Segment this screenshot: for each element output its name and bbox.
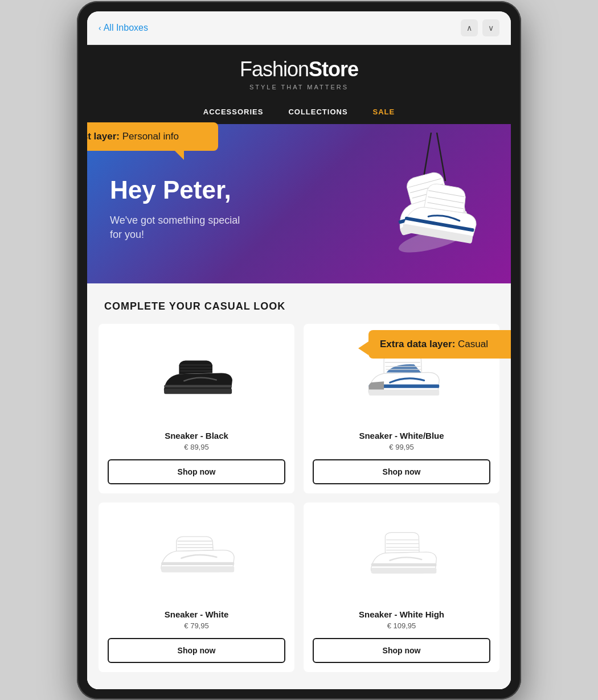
- nav-collections[interactable]: COLLECTIONS: [276, 100, 360, 124]
- svg-rect-7: [164, 388, 232, 394]
- back-to-inbox[interactable]: ‹ All Inboxes: [99, 23, 148, 33]
- prev-email-button[interactable]: ∧: [461, 19, 478, 36]
- email-header: ‹ All Inboxes ∧ ∨: [87, 11, 511, 45]
- back-label: All Inboxes: [104, 23, 148, 33]
- shop-now-button-1[interactable]: Shop now: [108, 459, 285, 484]
- nav-sale[interactable]: SALE: [361, 100, 408, 124]
- tooltip-extra-layer: Extra data layer: Casual: [368, 330, 511, 359]
- product-price-3: € 79,95: [184, 621, 208, 630]
- tooltip-first-layer: First layer: Personal info: [87, 122, 218, 151]
- section-title: COMPLETE YOUR CASUAL LOOK: [99, 300, 499, 312]
- svg-rect-14: [371, 563, 437, 566]
- hero-subtitle-line1: We've got something special: [110, 215, 240, 226]
- chevron-down-icon: ∨: [488, 23, 494, 32]
- white-sneaker-2-image: [359, 532, 444, 583]
- product-card-white-1: Sneaker - White € 79,95 Shop now: [99, 503, 294, 672]
- product-image-white-2: [313, 512, 490, 603]
- product-name-2: Sneaker - White/Blue: [359, 431, 444, 440]
- tooltip-first-layer-label: First layer:: [87, 131, 120, 142]
- svg-rect-13: [371, 567, 437, 573]
- tooltip-first-layer-value: Personal info: [122, 131, 179, 142]
- product-price-4: € 109,95: [387, 621, 416, 630]
- product-price-2: € 99,95: [389, 443, 413, 451]
- white-blue-sneaker-image: [359, 353, 444, 404]
- svg-rect-8: [164, 385, 232, 387]
- store-logo: FashionStore: [99, 57, 499, 81]
- chevron-up-icon: ∧: [466, 23, 472, 32]
- white-sneaker-1-image: [154, 532, 239, 583]
- black-sneaker-image: [157, 356, 236, 401]
- store-header: FashionStore Style That Matters ACCESSOR…: [87, 45, 511, 124]
- product-image-white-1: [108, 512, 285, 603]
- hero-subtitle-line2: for you!: [110, 229, 144, 240]
- logo-light-text: Fashion: [240, 57, 309, 81]
- nav-accessories[interactable]: ACCESSORIES: [191, 100, 276, 124]
- tooltip-first-layer-text: First layer: Personal info: [87, 131, 179, 142]
- shop-now-button-3[interactable]: Shop now: [108, 638, 285, 663]
- next-email-button[interactable]: ∨: [482, 19, 499, 36]
- hero-greeting: Hey Peter,: [110, 176, 488, 204]
- product-card-black: Sneaker - Black € 89,95 Shop now: [99, 324, 294, 493]
- shop-now-button-4[interactable]: Shop now: [313, 638, 490, 663]
- navigation-arrows: ∧ ∨: [461, 19, 499, 36]
- svg-rect-9: [369, 389, 440, 396]
- product-card-white-2: Sneaker - White High € 109,95 Shop now: [304, 503, 499, 672]
- tooltip-extra-layer-value: Casual: [458, 339, 488, 349]
- store-nav: ACCESSORIES COLLECTIONS SALE: [99, 100, 499, 124]
- tablet-screen: ‹ All Inboxes ∧ ∨ FashionStore Style Tha…: [87, 11, 511, 689]
- tooltip-extra-layer-text: Extra data layer: Casual: [380, 339, 488, 349]
- product-image-black: [108, 333, 285, 424]
- logo-bold-text: Store: [309, 57, 358, 81]
- product-price-1: € 89,95: [184, 443, 208, 451]
- product-name-3: Sneaker - White: [165, 610, 229, 619]
- svg-rect-12: [161, 562, 234, 565]
- tooltip-extra-layer-label: Extra data layer:: [380, 339, 455, 349]
- tablet-frame: ‹ All Inboxes ∧ ∨ FashionStore Style Tha…: [77, 1, 521, 699]
- store-tagline: Style That Matters: [99, 84, 499, 90]
- hero-subtitle: We've got something special for you!: [110, 213, 488, 242]
- back-chevron-icon: ‹: [99, 23, 101, 32]
- svg-rect-11: [161, 566, 234, 572]
- product-name-1: Sneaker - Black: [165, 431, 228, 440]
- hero-text: Hey Peter, We've got something special f…: [110, 176, 488, 242]
- product-name-4: Sneaker - White High: [359, 610, 444, 619]
- shop-now-button-2[interactable]: Shop now: [313, 459, 490, 484]
- products-grid: Sneaker - Black € 89,95 Shop now: [99, 324, 499, 672]
